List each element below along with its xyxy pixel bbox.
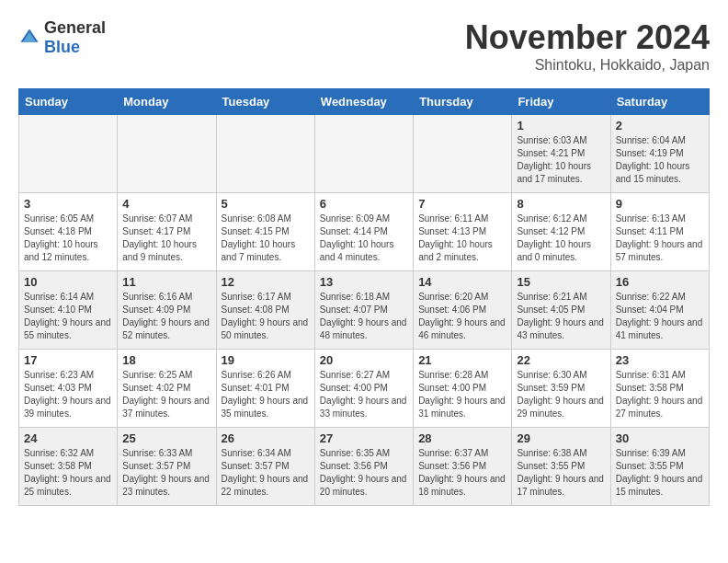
day-info: Sunrise: 6:17 AMSunset: 4:08 PMDaylight:… xyxy=(222,291,310,342)
day-number: 23 xyxy=(616,353,704,367)
day-number: 24 xyxy=(24,431,112,445)
calendar-cell: 21Sunrise: 6:28 AMSunset: 4:00 PMDayligh… xyxy=(414,350,512,428)
calendar-week-row: 1Sunrise: 6:03 AMSunset: 4:21 PMDaylight… xyxy=(19,115,710,193)
calendar-week-row: 10Sunrise: 6:14 AMSunset: 4:10 PMDayligh… xyxy=(19,271,710,350)
day-header-thursday: Thursday xyxy=(414,89,512,115)
day-header-saturday: Saturday xyxy=(610,89,709,115)
calendar-cell: 5Sunrise: 6:08 AMSunset: 4:15 PMDaylight… xyxy=(216,193,314,271)
day-number: 13 xyxy=(320,275,408,289)
day-info: Sunrise: 6:12 AMSunset: 4:12 PMDaylight:… xyxy=(517,213,605,264)
day-number: 29 xyxy=(517,431,605,445)
day-info: Sunrise: 6:32 AMSunset: 3:58 PMDaylight:… xyxy=(24,447,112,499)
day-info: Sunrise: 6:39 AMSunset: 3:55 PMDaylight:… xyxy=(616,447,704,499)
calendar-cell: 8Sunrise: 6:12 AMSunset: 4:12 PMDaylight… xyxy=(512,193,610,271)
calendar-week-row: 17Sunrise: 6:23 AMSunset: 4:03 PMDayligh… xyxy=(19,350,710,428)
calendar-cell: 29Sunrise: 6:38 AMSunset: 3:55 PMDayligh… xyxy=(512,428,610,506)
day-info: Sunrise: 6:30 AMSunset: 3:59 PMDaylight:… xyxy=(517,369,605,420)
calendar-cell: 20Sunrise: 6:27 AMSunset: 4:00 PMDayligh… xyxy=(314,350,413,428)
calendar-cell xyxy=(414,115,512,193)
day-info: Sunrise: 6:05 AMSunset: 4:18 PMDaylight:… xyxy=(24,213,112,264)
day-info: Sunrise: 6:23 AMSunset: 4:03 PMDaylight:… xyxy=(24,369,112,420)
day-number: 22 xyxy=(517,353,605,367)
day-number: 7 xyxy=(418,197,506,211)
calendar-cell: 17Sunrise: 6:23 AMSunset: 4:03 PMDayligh… xyxy=(19,350,118,428)
day-info: Sunrise: 6:27 AMSunset: 4:00 PMDaylight:… xyxy=(320,369,408,420)
calendar-cell xyxy=(314,115,413,193)
calendar-cell: 30Sunrise: 6:39 AMSunset: 3:55 PMDayligh… xyxy=(610,428,709,506)
calendar-cell: 10Sunrise: 6:14 AMSunset: 4:10 PMDayligh… xyxy=(19,271,118,350)
location-title: Shintoku, Hokkaido, Japan xyxy=(465,57,710,74)
day-number: 21 xyxy=(418,353,506,367)
day-number: 28 xyxy=(418,431,506,445)
day-info: Sunrise: 6:38 AMSunset: 3:55 PMDaylight:… xyxy=(517,447,605,499)
calendar-cell: 19Sunrise: 6:26 AMSunset: 4:01 PMDayligh… xyxy=(216,350,314,428)
day-number: 3 xyxy=(24,197,112,211)
day-number: 11 xyxy=(122,275,210,289)
calendar-week-row: 3Sunrise: 6:05 AMSunset: 4:18 PMDaylight… xyxy=(19,193,710,271)
calendar-cell: 13Sunrise: 6:18 AMSunset: 4:07 PMDayligh… xyxy=(314,271,413,350)
day-number: 8 xyxy=(517,197,605,211)
day-number: 12 xyxy=(222,275,310,289)
day-number: 2 xyxy=(616,119,704,132)
calendar-header-row: SundayMondayTuesdayWednesdayThursdayFrid… xyxy=(19,89,710,115)
logo-icon xyxy=(18,27,40,49)
day-number: 17 xyxy=(24,353,112,367)
day-number: 5 xyxy=(222,197,310,211)
day-header-sunday: Sunday xyxy=(19,89,118,115)
day-header-tuesday: Tuesday xyxy=(216,89,314,115)
day-info: Sunrise: 6:07 AMSunset: 4:17 PMDaylight:… xyxy=(122,213,210,264)
calendar-cell: 6Sunrise: 6:09 AMSunset: 4:14 PMDaylight… xyxy=(314,193,413,271)
day-info: Sunrise: 6:16 AMSunset: 4:09 PMDaylight:… xyxy=(122,291,210,342)
calendar-week-row: 24Sunrise: 6:32 AMSunset: 3:58 PMDayligh… xyxy=(19,428,710,506)
calendar-cell: 11Sunrise: 6:16 AMSunset: 4:09 PMDayligh… xyxy=(118,271,216,350)
calendar-cell: 12Sunrise: 6:17 AMSunset: 4:08 PMDayligh… xyxy=(216,271,314,350)
day-info: Sunrise: 6:25 AMSunset: 4:02 PMDaylight:… xyxy=(122,369,210,420)
calendar-cell: 3Sunrise: 6:05 AMSunset: 4:18 PMDaylight… xyxy=(19,193,118,271)
day-info: Sunrise: 6:11 AMSunset: 4:13 PMDaylight:… xyxy=(418,213,506,264)
day-info: Sunrise: 6:09 AMSunset: 4:14 PMDaylight:… xyxy=(320,213,408,264)
day-info: Sunrise: 6:04 AMSunset: 4:19 PMDaylight:… xyxy=(616,134,704,186)
calendar-cell: 18Sunrise: 6:25 AMSunset: 4:02 PMDayligh… xyxy=(118,350,216,428)
day-info: Sunrise: 6:28 AMSunset: 4:00 PMDaylight:… xyxy=(418,369,506,420)
day-info: Sunrise: 6:34 AMSunset: 3:57 PMDaylight:… xyxy=(222,447,310,499)
calendar-cell xyxy=(216,115,314,193)
day-info: Sunrise: 6:22 AMSunset: 4:04 PMDaylight:… xyxy=(616,291,704,342)
day-number: 15 xyxy=(517,275,605,289)
day-number: 10 xyxy=(24,275,112,289)
day-info: Sunrise: 6:20 AMSunset: 4:06 PMDaylight:… xyxy=(418,291,506,342)
calendar-cell xyxy=(19,115,118,193)
calendar-cell: 9Sunrise: 6:13 AMSunset: 4:11 PMDaylight… xyxy=(610,193,709,271)
day-number: 25 xyxy=(122,431,210,445)
day-info: Sunrise: 6:14 AMSunset: 4:10 PMDaylight:… xyxy=(24,291,112,342)
day-number: 4 xyxy=(122,197,210,211)
calendar-cell: 26Sunrise: 6:34 AMSunset: 3:57 PMDayligh… xyxy=(216,428,314,506)
calendar-cell: 23Sunrise: 6:31 AMSunset: 3:58 PMDayligh… xyxy=(610,350,709,428)
calendar-cell: 2Sunrise: 6:04 AMSunset: 4:19 PMDaylight… xyxy=(610,115,709,193)
calendar-cell xyxy=(118,115,216,193)
logo: General Blue xyxy=(18,18,106,57)
day-number: 6 xyxy=(320,197,408,211)
day-number: 19 xyxy=(222,353,310,367)
calendar-cell: 16Sunrise: 6:22 AMSunset: 4:04 PMDayligh… xyxy=(610,271,709,350)
day-info: Sunrise: 6:37 AMSunset: 3:56 PMDaylight:… xyxy=(418,447,506,499)
day-number: 14 xyxy=(418,275,506,289)
day-number: 9 xyxy=(616,197,704,211)
calendar-cell: 22Sunrise: 6:30 AMSunset: 3:59 PMDayligh… xyxy=(512,350,610,428)
calendar-cell: 24Sunrise: 6:32 AMSunset: 3:58 PMDayligh… xyxy=(19,428,118,506)
day-info: Sunrise: 6:18 AMSunset: 4:07 PMDaylight:… xyxy=(320,291,408,342)
calendar-cell: 7Sunrise: 6:11 AMSunset: 4:13 PMDaylight… xyxy=(414,193,512,271)
day-number: 20 xyxy=(320,353,408,367)
day-info: Sunrise: 6:33 AMSunset: 3:57 PMDaylight:… xyxy=(122,447,210,499)
calendar-cell: 27Sunrise: 6:35 AMSunset: 3:56 PMDayligh… xyxy=(314,428,413,506)
day-header-wednesday: Wednesday xyxy=(314,89,413,115)
logo-blue-text: Blue xyxy=(44,38,80,56)
header: General Blue November 2024 Shintoku, Hok… xyxy=(18,18,710,74)
day-number: 1 xyxy=(517,119,605,132)
day-number: 18 xyxy=(122,353,210,367)
day-info: Sunrise: 6:03 AMSunset: 4:21 PMDaylight:… xyxy=(517,134,605,186)
day-number: 26 xyxy=(222,431,310,445)
calendar-cell: 4Sunrise: 6:07 AMSunset: 4:17 PMDaylight… xyxy=(118,193,216,271)
day-info: Sunrise: 6:21 AMSunset: 4:05 PMDaylight:… xyxy=(517,291,605,342)
day-header-friday: Friday xyxy=(512,89,610,115)
day-info: Sunrise: 6:26 AMSunset: 4:01 PMDaylight:… xyxy=(222,369,310,420)
